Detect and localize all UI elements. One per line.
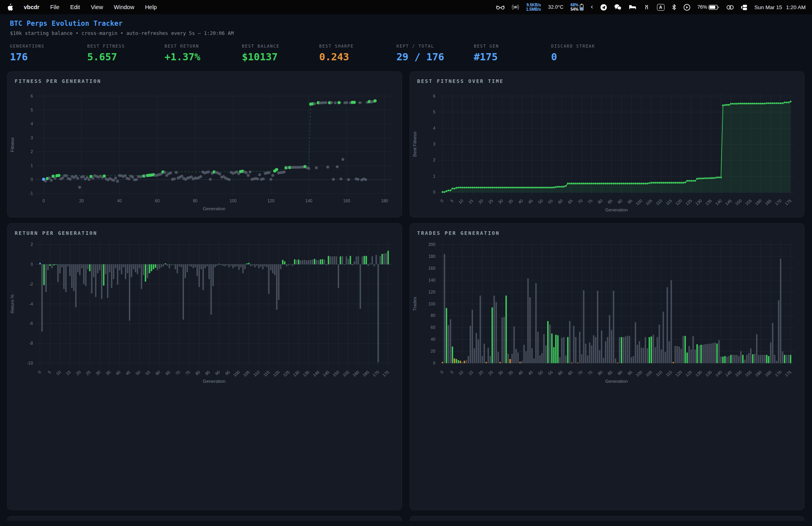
- trades-per-generation-panel: TRADES PER GENERATION 020406080100120140…: [410, 223, 804, 510]
- return-per-generation-panel: RETURN PER GENERATION -10-8-6-4-20205101…: [7, 223, 402, 510]
- page-header: BTC Perps Evolution Tracker $10k startin…: [0, 14, 812, 36]
- network-up-speed: 9.5KB/s: [527, 3, 541, 7]
- menu-file[interactable]: File: [50, 4, 59, 10]
- menu-help[interactable]: Help: [145, 4, 157, 10]
- svg-text:Generation: Generation: [605, 207, 628, 212]
- menu-window[interactable]: Window: [114, 4, 134, 10]
- svg-text:3: 3: [31, 135, 33, 140]
- stat-kept-total: KEPT / TOTAL29 / 176: [396, 44, 474, 63]
- svg-text:100: 100: [635, 198, 643, 206]
- svg-text:150: 150: [734, 198, 743, 206]
- charts-grid: FITNESS PER GENERATION -1012345602040608…: [7, 71, 805, 510]
- stat-best-balance: BEST BALANCE$10137: [242, 44, 319, 63]
- stage-manager-icon[interactable]: [741, 4, 747, 10]
- stat-value: 176: [10, 51, 87, 63]
- svg-text:-4: -4: [29, 301, 33, 306]
- battery-indicator[interactable]: 76%: [697, 4, 719, 10]
- svg-text:175: 175: [784, 198, 792, 206]
- svg-text:140: 140: [714, 198, 723, 206]
- svg-text:20: 20: [477, 198, 484, 205]
- svg-text:80: 80: [431, 313, 435, 318]
- svg-text:115: 115: [665, 369, 673, 377]
- svg-text:105: 105: [645, 198, 653, 206]
- best-fitness-over-time-chart: 0123456051015202530354045505560657075808…: [410, 85, 804, 213]
- svg-text:15: 15: [467, 198, 474, 205]
- dual-battery-indicator[interactable]: 68% 54%: [571, 3, 584, 12]
- stat-best-fitness: BEST FITNESS5.657: [87, 44, 165, 63]
- svg-text:165: 165: [764, 369, 772, 378]
- svg-text:95: 95: [626, 198, 633, 205]
- svg-text:95: 95: [626, 369, 633, 376]
- svg-text:40: 40: [517, 198, 524, 205]
- airpods-icon[interactable]: [643, 4, 650, 10]
- svg-text:Fitness: Fitness: [10, 137, 15, 152]
- telegram-icon[interactable]: [600, 4, 607, 11]
- svg-text:165: 165: [764, 198, 772, 206]
- svg-text:60: 60: [557, 369, 564, 376]
- stat-label: BEST GEN: [474, 44, 551, 48]
- panel-title: FITNESS PER GENERATION: [8, 72, 402, 84]
- svg-text:170: 170: [774, 369, 782, 378]
- menu-view[interactable]: View: [91, 4, 103, 10]
- svg-text:100: 100: [232, 369, 241, 378]
- svg-text:0: 0: [433, 361, 435, 365]
- svg-text:120: 120: [428, 290, 435, 294]
- svg-text:10: 10: [458, 198, 464, 205]
- chevron-left-icon[interactable]: ‹: [591, 3, 593, 11]
- svg-text:100: 100: [635, 369, 643, 378]
- best-fitness-over-time-panel: BEST FITNESS OVER TIME 01234560510152025…: [410, 71, 804, 217]
- menu-edit[interactable]: Edit: [70, 4, 80, 10]
- svg-text:35: 35: [507, 369, 514, 376]
- svg-text:170: 170: [372, 369, 380, 378]
- svg-text:75: 75: [587, 198, 594, 205]
- svg-text:180: 180: [428, 254, 435, 259]
- stat-best-gen: BEST GEN#175: [474, 44, 551, 63]
- bed-icon[interactable]: [629, 4, 636, 10]
- svg-text:145: 145: [724, 369, 733, 378]
- svg-text:5: 5: [31, 108, 33, 112]
- svg-text:25: 25: [487, 369, 494, 376]
- vertical-battery-icon: [580, 4, 584, 11]
- svg-text:55: 55: [145, 369, 151, 376]
- menu-date: Sun Mar 15: [755, 4, 782, 10]
- svg-text:5: 5: [433, 109, 435, 114]
- play-circle-icon[interactable]: [684, 4, 690, 11]
- svg-text:140: 140: [428, 278, 435, 282]
- svg-text:5: 5: [47, 369, 52, 374]
- svg-text:95: 95: [224, 369, 231, 376]
- svg-text:35: 35: [105, 369, 111, 376]
- network-speed-indicator[interactable]: 9.5KB/s 1.5MB/s: [526, 3, 541, 12]
- apple-menu[interactable]: [7, 4, 13, 11]
- temperature-indicator[interactable]: 32.0°C: [548, 4, 563, 10]
- svg-text:50: 50: [134, 369, 141, 376]
- stat-label: DISCARD STREAK: [551, 44, 628, 48]
- network-down-speed: 1.5MB/s: [526, 7, 541, 12]
- svg-text:90: 90: [617, 369, 623, 376]
- svg-text:125: 125: [684, 369, 693, 378]
- svg-text:40: 40: [117, 198, 122, 203]
- airdrop-icon[interactable]: [512, 4, 519, 10]
- svg-text:1: 1: [31, 163, 33, 168]
- menu-clock[interactable]: Sun Mar 15 1:20 AM: [755, 4, 806, 10]
- svg-text:125: 125: [282, 369, 290, 378]
- svg-text:160: 160: [754, 198, 762, 206]
- menu-app-name[interactable]: vbcdr: [24, 4, 40, 10]
- glasses-icon[interactable]: [496, 4, 505, 10]
- svg-text:20: 20: [79, 198, 84, 203]
- stat-best-return: BEST RETURN+1.37%: [165, 44, 242, 63]
- svg-text:80: 80: [193, 198, 197, 203]
- input-source-indicator[interactable]: A: [657, 4, 665, 11]
- wechat-icon[interactable]: [614, 4, 622, 10]
- bluetooth-icon[interactable]: [672, 4, 676, 10]
- link-icon[interactable]: [726, 5, 734, 10]
- stat-value: +1.37%: [165, 51, 242, 63]
- next-panel-row-peek: [7, 516, 805, 521]
- stat-label: KEPT / TOTAL: [396, 44, 474, 48]
- stat-label: BEST BALANCE: [242, 44, 319, 48]
- svg-text:Generation: Generation: [203, 206, 226, 211]
- stat-value: 29 / 176: [396, 51, 474, 63]
- svg-text:55: 55: [547, 369, 554, 376]
- svg-text:160: 160: [428, 266, 435, 271]
- stats-row: GENERATIONS176BEST FITNESS5.657BEST RETU…: [0, 44, 812, 63]
- svg-text:60: 60: [431, 325, 435, 330]
